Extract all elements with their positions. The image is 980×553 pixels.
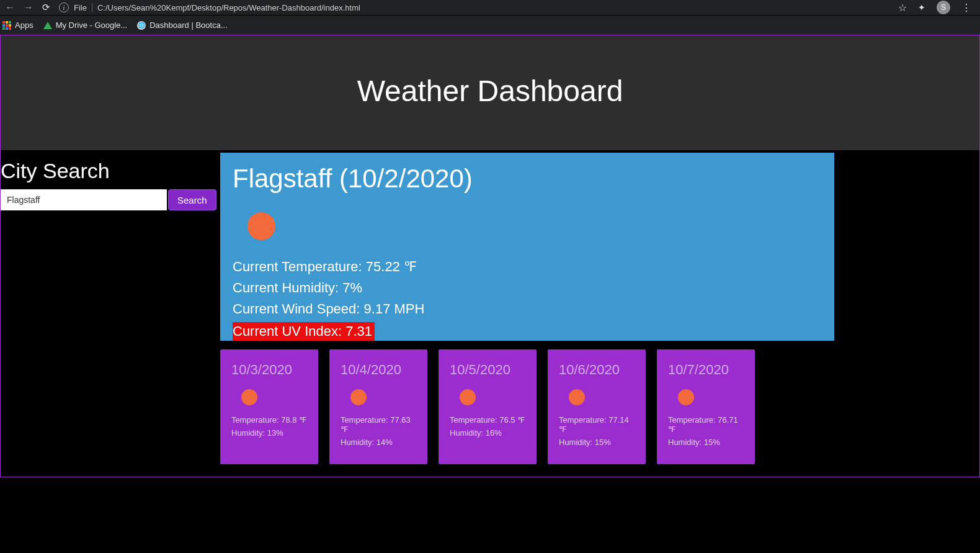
back-icon[interactable]: ←: [5, 2, 15, 13]
address-bar[interactable]: i File C:/Users/Sean%20Kempf/Desktop/Rep…: [59, 2, 360, 12]
globe-icon: 🌐: [137, 21, 146, 30]
star-icon[interactable]: ☆: [898, 2, 907, 14]
url-path: C:/Users/Sean%20Kempf/Desktop/Repos/Weat…: [97, 3, 360, 12]
browser-toolbar: ← → ⟳ i File C:/Users/Sean%20Kempf/Deskt…: [0, 0, 980, 15]
current-humidity: Current Humidity: 7%: [233, 280, 822, 296]
current-uv-badge: Current UV Index: 7.31: [233, 322, 375, 341]
sun-icon: [569, 389, 585, 405]
header: Weather Dashboard: [1, 35, 979, 150]
forecast-humidity: Humidity: 15%: [559, 438, 635, 447]
bookmark-label: Dashboard | Bootca...: [149, 20, 228, 30]
current-temperature: Current Temperature: 75.22 ℉: [233, 259, 822, 275]
content: City Search Search Flagstaff (10/2/2020)…: [1, 150, 979, 477]
search-form: Search: [1, 189, 212, 210]
drive-icon: [43, 22, 52, 29]
url-prefix: File: [74, 3, 87, 12]
forecast-card: 10/5/2020 Temperature: 76.5 ℉ Humidity: …: [439, 349, 537, 464]
bookmark-apps[interactable]: Apps: [2, 20, 33, 30]
sun-icon: [460, 389, 476, 405]
sidebar-heading: City Search: [1, 150, 212, 189]
page-container: Weather Dashboard City Search Search Fla…: [0, 35, 980, 477]
forward-icon[interactable]: →: [24, 2, 33, 13]
sun-icon: [350, 389, 367, 405]
forecast-date: 10/5/2020: [450, 362, 525, 378]
sun-icon: [678, 389, 694, 405]
extensions-icon[interactable]: ✦: [918, 2, 925, 12]
forecast-humidity: Humidity: 16%: [450, 428, 525, 438]
forecast-date: 10/7/2020: [668, 362, 744, 378]
current-wind: Current Wind Speed: 9.17 MPH: [233, 301, 822, 317]
avatar[interactable]: S: [937, 1, 950, 14]
forecast-humidity: Humidity: 15%: [668, 438, 744, 447]
city-search-input[interactable]: [1, 189, 167, 210]
forecast-date: 10/3/2020: [231, 362, 307, 378]
main: Flagstaff (10/2/2020) Current Temperatur…: [212, 150, 979, 477]
bookmark-bootcamp[interactable]: 🌐 Dashboard | Bootca...: [137, 20, 228, 30]
forecast-temp: Temperature: 76.5 ℉: [450, 415, 525, 425]
bookmark-drive[interactable]: My Drive - Google...: [43, 20, 128, 30]
forecast-card: 10/7/2020 Temperature: 76.71 ℉ Humidity:…: [657, 349, 755, 464]
sun-icon: [247, 212, 275, 240]
current-weather-card: Flagstaff (10/2/2020) Current Temperatur…: [220, 153, 834, 341]
info-icon: i: [59, 2, 69, 12]
forecast-card: 10/4/2020 Temperature: 77.63 ℉ Humidity:…: [329, 349, 427, 464]
forecast-temp: Temperature: 76.71 ℉: [668, 415, 744, 434]
forecast-date: 10/4/2020: [341, 362, 416, 378]
forecast-row: 10/3/2020 Temperature: 78.8 ℉ Humidity: …: [220, 349, 971, 464]
forecast-humidity: Humidity: 14%: [341, 438, 416, 447]
forecast-temp: Temperature: 78.8 ℉: [231, 415, 307, 425]
forecast-card: 10/6/2020 Temperature: 77.14 ℉ Humidity:…: [548, 349, 646, 464]
forecast-temp: Temperature: 77.14 ℉: [559, 415, 635, 434]
forecast-humidity: Humidity: 13%: [231, 428, 307, 438]
forecast-temp: Temperature: 77.63 ℉: [341, 415, 416, 434]
search-button[interactable]: Search: [168, 189, 216, 210]
sidebar: City Search Search: [1, 150, 212, 477]
forecast-card: 10/3/2020 Temperature: 78.8 ℉ Humidity: …: [220, 349, 318, 464]
menu-icon[interactable]: ⋮: [961, 2, 971, 14]
forecast-date: 10/6/2020: [559, 362, 635, 378]
sun-icon: [241, 389, 257, 405]
bookmark-label: Apps: [15, 20, 33, 30]
current-city-date: Flagstaff (10/2/2020): [233, 164, 822, 194]
bookmarks-bar: Apps My Drive - Google... 🌐 Dashboard | …: [0, 15, 980, 35]
page-title: Weather Dashboard: [1, 74, 979, 108]
reload-icon[interactable]: ⟳: [42, 2, 50, 13]
divider-icon: [92, 3, 92, 12]
apps-grid-icon: [2, 21, 11, 30]
bookmark-label: My Drive - Google...: [56, 20, 128, 30]
